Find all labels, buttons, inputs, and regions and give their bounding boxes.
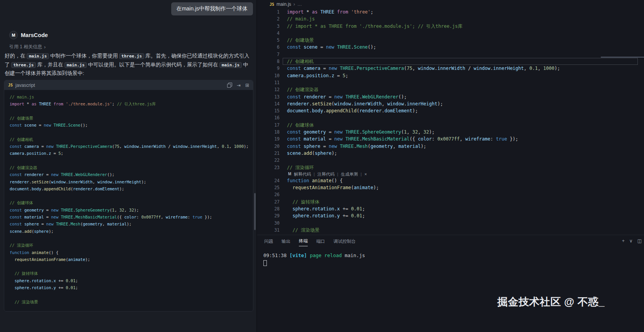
code-token: =: [326, 136, 334, 142]
line-number: 14: [257, 100, 280, 107]
editor-code-line: 16: [257, 114, 644, 121]
terminal-text-segment: page reload: [310, 252, 342, 258]
lens-separator: |: [314, 171, 315, 177]
panel-tab-终端[interactable]: 终端: [299, 235, 308, 246]
code-token: // 创建场景: [10, 116, 33, 120]
codelens-action[interactable]: 注释代码: [317, 171, 334, 177]
code-token: PerspectiveCamera: [71, 144, 112, 149]
code-text: [280, 79, 287, 86]
breadcrumb-more[interactable]: …: [297, 2, 302, 7]
code-text: // main.js: [280, 15, 315, 22]
editor-code-line: 11: [257, 79, 644, 86]
code-token: innerWidth: [437, 66, 465, 71]
code-token: rotation: [32, 278, 51, 283]
line-number: 25: [257, 184, 280, 191]
code-token: color: [418, 136, 432, 142]
code-token: sphere: [292, 213, 309, 219]
code-token: [287, 199, 292, 205]
chat-code-line: document.body.appendChild(renderer.domEl…: [10, 185, 253, 192]
code-token: 75: [115, 144, 120, 149]
code-token: ,: [393, 144, 398, 149]
panel-tab-端口[interactable]: 端口: [316, 236, 325, 246]
code-token: innerWidth: [141, 144, 165, 149]
line-number: 29: [257, 212, 280, 219]
code-token: sphere: [315, 151, 331, 156]
code-token: ,: [115, 208, 120, 212]
codelens-action[interactable]: 生成单测: [341, 171, 358, 177]
inline-code-chip: three.js: [11, 62, 36, 68]
code-token: SphereGeometry: [76, 208, 110, 212]
code-token: .: [334, 213, 337, 219]
code-token: =: [44, 208, 51, 212]
code-token: ,: [120, 144, 125, 149]
line-number: 11: [257, 79, 280, 86]
codelens-action[interactable]: 解释代码: [294, 171, 311, 177]
code-editor: JS main.js › … 1import * as THREE from '…: [257, 0, 644, 235]
code-token: (: [357, 108, 359, 113]
editor-code-line: 7: [257, 51, 644, 58]
code-token: add: [24, 229, 32, 234]
code-token: geometry: [303, 129, 326, 135]
new-terminal-button[interactable]: +: [622, 239, 625, 243]
line-number: 15: [257, 107, 280, 114]
code-token: );: [85, 257, 90, 262]
panel-tab-调试控制台[interactable]: 调试控制台: [334, 236, 356, 246]
terminal-text-segment: [vite]: [290, 252, 307, 258]
code-token: setSize: [32, 180, 49, 184]
code-text: document.body.appendChild(renderer.domEl…: [280, 107, 418, 114]
lens-separator: |: [337, 171, 338, 177]
code-text: // 创建场景: [280, 37, 314, 44]
apply-code-icon[interactable]: ⊞: [245, 83, 249, 88]
editor-code-line: 9const camera = new THREE.PerspectiveCam…: [257, 65, 644, 72]
insert-code-icon[interactable]: ⇥: [237, 83, 241, 88]
code-token: ,: [524, 66, 529, 71]
code-token: new: [46, 144, 54, 149]
editor-code-lines[interactable]: 1import * as THREE from 'three';2// main…: [257, 8, 644, 235]
codelens-close-icon[interactable]: ×: [364, 171, 367, 177]
code-token: 0.01: [351, 206, 362, 212]
code-token: +=: [56, 285, 66, 290]
code-token: );: [120, 186, 125, 191]
code-token: *: [24, 102, 32, 106]
code-token: 32: [129, 208, 134, 212]
code-token: ,: [538, 66, 543, 71]
code-text: const geometry = new THREE.SphereGeometr…: [280, 129, 435, 136]
code-text: const sphere = new THREE.Mesh(geometry, …: [280, 143, 426, 150]
line-number: 13: [257, 93, 280, 100]
terminal-dropdown-button[interactable]: ∨: [629, 239, 633, 243]
code-token: ,: [460, 136, 465, 142]
code-token: // 创建球体: [287, 122, 314, 128]
code-token: renderer: [24, 172, 44, 177]
editor-code-line: 23// 渲染循环: [257, 164, 644, 171]
code-token: =: [326, 94, 334, 100]
code-token: +=: [340, 206, 351, 212]
code-token: () {: [49, 250, 58, 255]
terminal-output-area[interactable]: 09:51:38 [vite] page reload main.js: [257, 247, 644, 268]
chat-code-line: const geometry = new THREE.SphereGeometr…: [10, 207, 253, 213]
panel-tab-输出[interactable]: 输出: [282, 236, 290, 246]
intro-text: 库，并且在: [37, 62, 63, 68]
code-token: as: [32, 102, 37, 106]
code-token: sphere: [15, 285, 29, 290]
code-token: [10, 278, 15, 283]
code-token: =: [317, 44, 326, 50]
split-terminal-button[interactable]: ◫: [637, 239, 642, 243]
chat-code-body: // main.jsimport * as THREE from './thre…: [4, 90, 253, 311]
code-token: // 创建场景: [287, 37, 314, 43]
code-token: THREE: [54, 123, 66, 127]
breadcrumb[interactable]: JS main.js › …: [257, 0, 644, 8]
terminal-cursor: [263, 260, 267, 266]
copy-code-icon[interactable]: [227, 83, 232, 88]
panel-tab-问题[interactable]: 问题: [264, 236, 273, 246]
code-token: color: [124, 215, 137, 219]
breadcrumb-filename[interactable]: main.js: [276, 2, 291, 7]
chat-code-line: sphere.rotation.x += 0.01;: [10, 277, 253, 284]
watermark-text: 掘金技术社区 @ 不惑_: [497, 295, 605, 309]
code-token: sphere: [303, 144, 320, 149]
code-token: 0.01: [351, 213, 362, 219]
chat-scrollbar-thumb[interactable]: [254, 193, 256, 230]
citation-toggle[interactable]: 引用 1 相关信息 ›: [9, 44, 46, 50]
code-token: /: [465, 66, 474, 71]
code-token: from: [337, 9, 348, 15]
code-token: );: [244, 144, 249, 149]
